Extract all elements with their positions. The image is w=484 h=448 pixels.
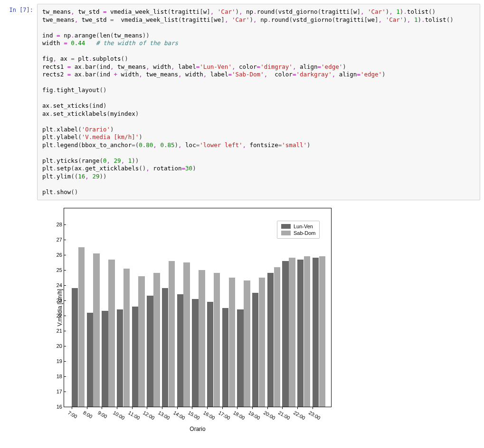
x-tick-mark [297, 407, 298, 409]
x-tick-mark [102, 407, 102, 409]
bar-sab-dom [108, 260, 114, 407]
bar-lun-ven [132, 307, 138, 407]
bar-lun-ven [313, 258, 319, 407]
bar-sab-dom [319, 256, 325, 407]
x-tick-label: 21:00 [277, 410, 291, 421]
y-tick: 28 [50, 222, 62, 227]
bar-sab-dom [274, 267, 280, 407]
x-tick-label: 23:00 [308, 410, 322, 421]
bar-sab-dom [123, 269, 130, 407]
x-tick-label: 9:00 [97, 410, 108, 420]
bar-sab-dom [244, 280, 250, 407]
legend-entry: Sab-Dom [281, 230, 315, 236]
x-tick-mark [147, 407, 147, 409]
bar-sab-dom [138, 276, 144, 407]
x-tick-label: 22:00 [293, 410, 306, 421]
y-tick: 23 [50, 298, 62, 303]
x-tick-label: 13:00 [157, 410, 171, 421]
code-text: tw_means, tw_std = vmedia_week_list(trag… [42, 8, 475, 196]
y-tick: 20 [50, 343, 62, 349]
x-tick-mark [252, 407, 253, 409]
bar-sab-dom [304, 256, 310, 407]
x-tick-mark [177, 407, 178, 409]
bar-lun-ven [177, 294, 183, 407]
y-tick: 16 [50, 404, 62, 410]
input-prompt: In [7]: [4, 4, 37, 13]
x-tick-label: 20:00 [263, 410, 276, 421]
code-input-area[interactable]: tw_means, tw_std = vmedia_week_list(trag… [37, 4, 480, 200]
x-tick-label: 16:00 [202, 410, 216, 421]
y-tick: 25 [50, 267, 62, 273]
x-tick-label: 14:00 [172, 410, 186, 421]
bar-lun-ven [87, 313, 93, 407]
bar-sab-dom [78, 247, 85, 407]
y-tick: 17 [50, 389, 62, 394]
output-cell: V.media [km/h] Orario Lun-VenSab-Dom 161… [37, 208, 480, 407]
bar-sab-dom [214, 273, 220, 407]
bar-lun-ven [207, 302, 213, 407]
bar-lun-ven [297, 260, 304, 407]
x-tick-label: 18:00 [232, 410, 246, 421]
bar-lun-ven [282, 261, 288, 407]
x-tick-label: 8:00 [82, 410, 94, 420]
x-tick-mark [132, 407, 133, 409]
x-tick-label: 7:00 [67, 410, 78, 420]
legend-box: Lun-VenSab-Dom [277, 221, 320, 239]
bar-sab-dom [199, 270, 205, 407]
bar-lun-ven [147, 296, 153, 407]
x-tick-mark [267, 407, 268, 409]
y-tick: 22 [50, 313, 62, 318]
x-tick-label: 12:00 [142, 410, 156, 421]
x-tick-label: 10:00 [112, 410, 126, 421]
x-tick-label: 11:00 [127, 410, 141, 421]
legend-label: Sab-Dom [294, 230, 315, 236]
bar-lun-ven [267, 273, 274, 407]
bar-lun-ven [222, 308, 228, 407]
x-tick-mark [313, 407, 313, 409]
y-axis-label: V.media [km/h] [57, 289, 63, 327]
bar-sab-dom [259, 278, 265, 407]
code-cell: In [7]: tw_means, tw_std = vmedia_week_l… [4, 4, 480, 200]
y-tick: 19 [50, 358, 62, 364]
x-tick-mark [207, 407, 208, 409]
x-axis-label: Orario [190, 426, 205, 432]
bar-lun-ven [252, 293, 258, 407]
bar-sab-dom [169, 261, 175, 407]
x-tick-mark [87, 407, 87, 409]
bar-lun-ven [237, 309, 243, 407]
x-tick-mark [72, 407, 72, 409]
x-tick-mark [117, 407, 117, 409]
chart-figure: V.media [km/h] Orario Lun-VenSab-Dom 161… [37, 208, 332, 407]
x-tick-mark [282, 407, 283, 409]
bar-sab-dom [229, 278, 235, 407]
y-tick: 21 [50, 328, 62, 334]
x-tick-mark [162, 407, 162, 409]
bar-sab-dom [289, 258, 295, 407]
y-tick: 24 [50, 282, 62, 288]
y-tick: 27 [50, 237, 62, 243]
legend-swatch-icon [281, 231, 291, 235]
bar-sab-dom [183, 262, 190, 407]
x-tick-label: 15:00 [187, 410, 201, 421]
bar-lun-ven [102, 311, 108, 407]
bar-sab-dom [153, 273, 160, 407]
legend-label: Lun-Ven [294, 224, 313, 229]
plot-area: V.media [km/h] Orario Lun-VenSab-Dom 161… [64, 208, 332, 407]
legend-entry: Lun-Ven [281, 223, 315, 230]
x-tick-mark [192, 407, 192, 409]
bar-sab-dom [93, 253, 99, 407]
x-tick-label: 19:00 [247, 410, 261, 421]
bar-lun-ven [162, 288, 168, 407]
bar-lun-ven [192, 299, 198, 407]
x-tick-label: 17:00 [218, 410, 231, 421]
bar-lun-ven [72, 288, 78, 407]
y-tick: 26 [50, 252, 62, 258]
legend-swatch-icon [281, 224, 291, 229]
x-tick-mark [237, 407, 237, 409]
y-tick: 18 [50, 373, 62, 379]
x-tick-mark [222, 407, 223, 409]
bar-lun-ven [117, 309, 123, 407]
